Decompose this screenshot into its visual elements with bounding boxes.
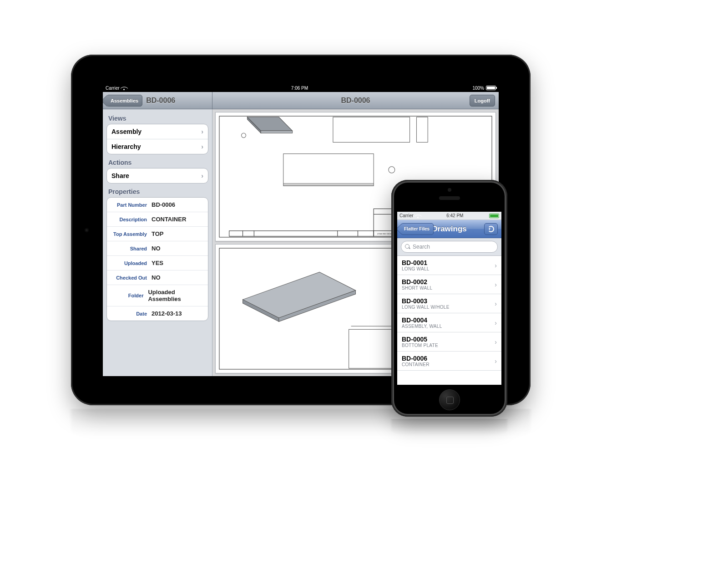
item-id: BD-0002 xyxy=(402,278,432,286)
item-id: BD-0006 xyxy=(402,355,430,362)
iphone-reflection xyxy=(391,419,507,435)
battery-icon xyxy=(486,86,496,90)
view-assembly[interactable]: Assembly › xyxy=(107,124,208,139)
chevron-right-icon: › xyxy=(495,262,497,269)
chevron-right-icon: › xyxy=(495,338,497,346)
back-button[interactable]: Assemblies xyxy=(106,95,142,107)
actions-header: Actions xyxy=(108,159,207,166)
item-sub: CONTAINER xyxy=(402,362,430,367)
prop-row: Folder Uploaded Assemblies xyxy=(107,285,208,306)
prop-value: TOP xyxy=(152,230,164,237)
prop-value: YES xyxy=(152,260,163,266)
status-bar: Carrier 7:06 PM 100% xyxy=(103,84,499,92)
svg-point-4 xyxy=(242,133,246,138)
views-header: Views xyxy=(108,115,207,122)
prop-value: 2012-03-13 xyxy=(152,310,182,317)
chevron-right-icon: › xyxy=(201,172,203,179)
prop-row: Description CONTAINER xyxy=(107,212,208,226)
drawings-list[interactable]: BD-0001 LONG WALL › BD-0002 SHORT WALL ›… xyxy=(397,256,501,371)
prop-label: Top Assembly xyxy=(111,231,147,237)
battery-label: 100% xyxy=(472,86,484,91)
prop-row: Date 2012-03-13 xyxy=(107,306,208,321)
prop-value: NO xyxy=(152,245,161,252)
prop-label: Shared xyxy=(111,246,147,251)
search-bar: Search xyxy=(397,238,501,256)
prop-label: Folder xyxy=(111,293,143,298)
svg-rect-21 xyxy=(229,231,374,236)
item-id: BD-0001 xyxy=(402,259,430,266)
properties-header: Properties xyxy=(108,188,207,195)
left-pane-title: BD-0006 xyxy=(146,97,175,105)
iphone-screen: Carrier 6:42 PM Flatter Files Drawings S… xyxy=(397,212,501,385)
search-icon xyxy=(405,244,410,250)
item-id: BD-0005 xyxy=(402,336,438,343)
refresh-icon xyxy=(488,226,494,232)
prop-label: Part Number xyxy=(111,202,147,208)
search-placeholder: Search xyxy=(413,244,430,250)
item-sub: BOTTOM PLATE xyxy=(402,343,438,348)
wifi-icon xyxy=(415,214,421,218)
toolbar: Assemblies BD-0006 BD-0006 Logoff xyxy=(103,92,499,109)
battery-icon xyxy=(489,214,499,218)
prop-label: Checked Out xyxy=(111,275,147,280)
list-item[interactable]: BD-0004 ASSEMBLY, WALL › xyxy=(397,313,501,332)
prop-row: Uploaded YES xyxy=(107,255,208,270)
properties-group: Part Number BD-0006 Description CONTAINE… xyxy=(106,197,208,321)
prop-row: Checked Out NO xyxy=(107,270,208,285)
iphone-camera xyxy=(448,188,451,192)
iphone-device: Carrier 6:42 PM Flatter Files Drawings S… xyxy=(391,180,507,417)
view-label: Assembly xyxy=(111,128,142,135)
logoff-button[interactable]: Logoff xyxy=(470,95,495,107)
carrier-label: Carrier xyxy=(399,213,414,218)
chevron-right-icon: › xyxy=(201,128,203,135)
list-item[interactable]: BD-0003 LONG WALL W/HOLE › xyxy=(397,294,501,313)
right-pane-title: BD-0006 xyxy=(341,97,370,105)
prop-row: Part Number BD-0006 xyxy=(107,198,208,212)
item-sub: LONG WALL xyxy=(402,266,430,271)
views-group: Assembly › Hierarchy › xyxy=(106,124,208,154)
chevron-right-icon: › xyxy=(495,300,497,307)
list-item[interactable]: BD-0006 CONTAINER › xyxy=(397,352,501,371)
prop-row: Shared NO xyxy=(107,241,208,255)
action-label: Share xyxy=(111,172,129,179)
prop-label: Date xyxy=(111,311,147,316)
item-sub: SHORT WALL xyxy=(402,286,432,291)
logoff-button-label: Logoff xyxy=(475,98,490,103)
clock-label: 7:06 PM xyxy=(291,86,308,91)
svg-point-13 xyxy=(389,167,395,173)
home-button[interactable] xyxy=(439,389,460,410)
ipad-camera xyxy=(85,228,89,232)
item-sub: LONG WALL W/HOLE xyxy=(402,305,450,310)
item-id: BD-0004 xyxy=(402,316,442,324)
item-sub: ASSEMBLY, WALL xyxy=(402,324,442,329)
list-item[interactable]: BD-0002 SHORT WALL › xyxy=(397,275,501,294)
list-item[interactable]: BD-0005 BOTTOM PLATE › xyxy=(397,332,501,352)
item-id: BD-0003 xyxy=(402,297,450,305)
action-share[interactable]: Share › xyxy=(107,168,208,183)
svg-rect-5 xyxy=(333,117,410,142)
back-button[interactable]: Flatter Files xyxy=(401,223,434,235)
iphone-speaker xyxy=(439,196,460,200)
svg-rect-10 xyxy=(283,154,374,186)
back-button-label: Assemblies xyxy=(111,98,138,103)
prop-label: Uploaded xyxy=(111,260,147,266)
prop-value: Uploaded Assemblies xyxy=(148,289,203,302)
chevron-right-icon: › xyxy=(495,281,497,288)
prop-label: Description xyxy=(111,217,147,222)
back-button-label: Flatter Files xyxy=(404,226,430,231)
search-input[interactable]: Search xyxy=(401,241,498,253)
view-label: Hierarchy xyxy=(111,143,141,150)
view-hierarchy[interactable]: Hierarchy › xyxy=(107,139,208,154)
chevron-right-icon: › xyxy=(495,357,497,365)
prop-row: Top Assembly TOP xyxy=(107,226,208,241)
list-item[interactable]: BD-0001 LONG WALL › xyxy=(397,256,501,275)
chevron-right-icon: › xyxy=(495,319,497,326)
clock-label: 6:42 PM xyxy=(446,213,463,218)
chevron-right-icon: › xyxy=(201,143,203,150)
carrier-label: Carrier xyxy=(106,86,120,91)
wifi-icon xyxy=(121,86,127,90)
refresh-button[interactable] xyxy=(484,223,498,235)
nav-bar: Flatter Files Drawings xyxy=(397,220,501,238)
prop-value: BD-0006 xyxy=(152,201,175,208)
svg-marker-3 xyxy=(261,131,292,133)
